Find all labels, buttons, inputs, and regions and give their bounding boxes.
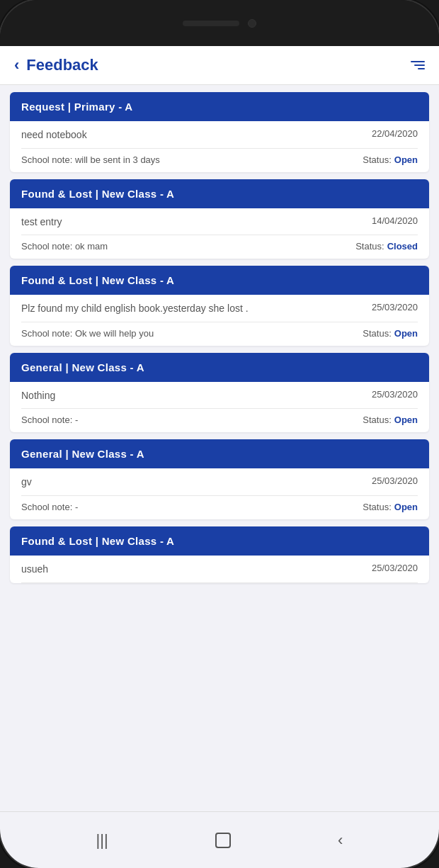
school-note: School note: - bbox=[21, 502, 78, 512]
card-message-row: usueh25/03/2020 bbox=[21, 563, 418, 583]
card-footer: School note: -Status: Open bbox=[10, 409, 429, 432]
card-message-text: usueh bbox=[21, 563, 372, 577]
feedback-card[interactable]: General | New Class - ANothing25/03/2020… bbox=[10, 353, 429, 433]
status-label: Status: bbox=[363, 502, 391, 512]
feedback-card[interactable]: Found & Lost | New Class - Atest entry14… bbox=[10, 179, 429, 259]
status-area: Status: Open bbox=[363, 415, 418, 425]
card-message-row: Plz found my child english book.yesterda… bbox=[21, 302, 418, 322]
back-button[interactable]: ‹ bbox=[14, 56, 19, 74]
status-area: Status: Open bbox=[363, 154, 418, 165]
card-message-text: gv bbox=[21, 475, 372, 490]
card-body: need notebook22/04/2020 bbox=[10, 121, 429, 149]
card-body: gv25/03/2020 bbox=[10, 468, 429, 496]
card-footer: School note: ok mamStatus: Closed bbox=[10, 235, 429, 259]
card-category-header: General | New Class - A bbox=[10, 439, 429, 468]
phone-notch bbox=[0, 0, 439, 46]
filter-icon bbox=[411, 61, 425, 69]
card-footer: School note: will be sent in 3 daysStatu… bbox=[10, 149, 429, 172]
status-label: Status: bbox=[363, 328, 391, 339]
card-category-label: Found & Lost | New Class - A bbox=[21, 274, 418, 286]
card-message-row: need notebook22/04/2020 bbox=[21, 128, 418, 149]
card-category-label: Found & Lost | New Class - A bbox=[21, 535, 418, 547]
feedback-card[interactable]: Request | Primary - Aneed notebook22/04/… bbox=[10, 92, 429, 172]
card-body: Nothing25/03/2020 bbox=[10, 382, 429, 410]
card-message-row: test entry14/04/2020 bbox=[21, 215, 418, 236]
card-message-row: gv25/03/2020 bbox=[21, 475, 418, 496]
status-value: Open bbox=[394, 154, 418, 165]
card-category-label: General | New Class - A bbox=[21, 361, 418, 373]
page-title: Feedback bbox=[19, 56, 411, 74]
status-label: Status: bbox=[363, 415, 391, 425]
school-note: School note: Ok we will help you bbox=[21, 328, 154, 339]
app-header: ‹ Feedback bbox=[0, 46, 439, 85]
feedback-card[interactable]: General | New Class - Agv25/03/2020Schoo… bbox=[10, 439, 429, 519]
feedback-card[interactable]: Found & Lost | New Class - Ausueh25/03/2… bbox=[10, 526, 429, 583]
card-message-text: need notebook bbox=[21, 128, 372, 142]
school-note: School note: - bbox=[21, 415, 78, 425]
card-body: Plz found my child english book.yesterda… bbox=[10, 295, 429, 322]
status-value: Open bbox=[394, 415, 418, 425]
phone-frame: ‹ Feedback Request | Primary - Aneed not… bbox=[0, 0, 439, 868]
card-category-header: Found & Lost | New Class - A bbox=[10, 266, 429, 295]
bottom-nav-bar: ||| ‹ bbox=[0, 811, 439, 868]
phone-speaker bbox=[183, 21, 239, 26]
home-button[interactable] bbox=[215, 833, 231, 848]
card-date: 25/03/2020 bbox=[372, 563, 418, 573]
card-category-header: Found & Lost | New Class - A bbox=[10, 526, 429, 556]
filter-line-1 bbox=[411, 61, 425, 62]
card-body: usueh25/03/2020 bbox=[10, 556, 429, 583]
card-category-label: Request | Primary - A bbox=[21, 101, 418, 113]
card-date: 25/03/2020 bbox=[372, 389, 418, 400]
nav-back-button[interactable]: ‹ bbox=[338, 831, 343, 850]
card-footer: School note: -Status: Open bbox=[10, 496, 429, 519]
status-area: Status: Open bbox=[363, 502, 418, 512]
card-message-row: Nothing25/03/2020 bbox=[21, 389, 418, 410]
card-category-header: General | New Class - A bbox=[10, 353, 429, 382]
status-area: Status: Closed bbox=[355, 241, 418, 252]
card-category-header: Found & Lost | New Class - A bbox=[10, 179, 429, 208]
recents-button[interactable]: ||| bbox=[96, 831, 108, 850]
card-message-text: Plz found my child english book.yesterda… bbox=[21, 302, 372, 316]
card-message-text: Nothing bbox=[21, 389, 372, 403]
status-value: Closed bbox=[387, 241, 418, 252]
status-area: Status: Open bbox=[363, 328, 418, 339]
card-date: 22/04/2020 bbox=[372, 128, 418, 139]
school-note: School note: will be sent in 3 days bbox=[21, 154, 160, 165]
feedback-list: Request | Primary - Aneed notebook22/04/… bbox=[0, 85, 439, 590]
filter-button[interactable] bbox=[411, 61, 425, 69]
card-category-label: Found & Lost | New Class - A bbox=[21, 188, 418, 200]
feedback-card[interactable]: Found & Lost | New Class - APlz found my… bbox=[10, 266, 429, 346]
card-category-header: Request | Primary - A bbox=[10, 92, 429, 121]
card-date: 14/04/2020 bbox=[372, 215, 418, 226]
screen-content: ‹ Feedback Request | Primary - Aneed not… bbox=[0, 46, 439, 811]
status-label: Status: bbox=[355, 241, 384, 252]
status-label: Status: bbox=[363, 154, 391, 165]
filter-line-2 bbox=[414, 64, 425, 66]
card-message-text: test entry bbox=[21, 215, 372, 230]
card-body: test entry14/04/2020 bbox=[10, 208, 429, 236]
card-date: 25/03/2020 bbox=[372, 302, 418, 312]
card-date: 25/03/2020 bbox=[372, 475, 418, 486]
phone-camera bbox=[248, 19, 256, 28]
school-note: School note: ok mam bbox=[21, 241, 108, 252]
phone-screen: ‹ Feedback Request | Primary - Aneed not… bbox=[0, 46, 439, 811]
status-value: Open bbox=[394, 328, 418, 339]
status-value: Open bbox=[394, 502, 418, 512]
card-footer: School note: Ok we will help youStatus: … bbox=[10, 322, 429, 346]
filter-line-3 bbox=[418, 68, 425, 69]
card-category-label: General | New Class - A bbox=[21, 448, 418, 460]
